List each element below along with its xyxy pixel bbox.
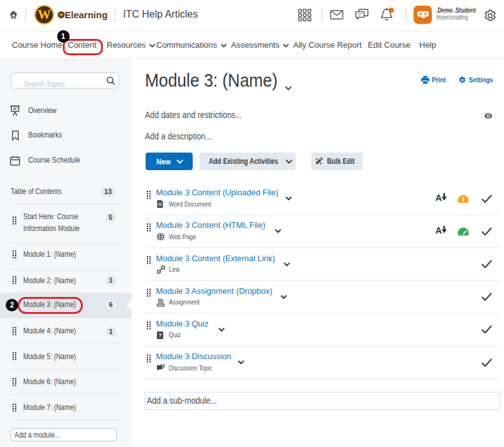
svg-text:A: A	[436, 193, 442, 202]
svg-text:?: ?	[158, 332, 162, 338]
svg-text:A: A	[436, 225, 442, 235]
